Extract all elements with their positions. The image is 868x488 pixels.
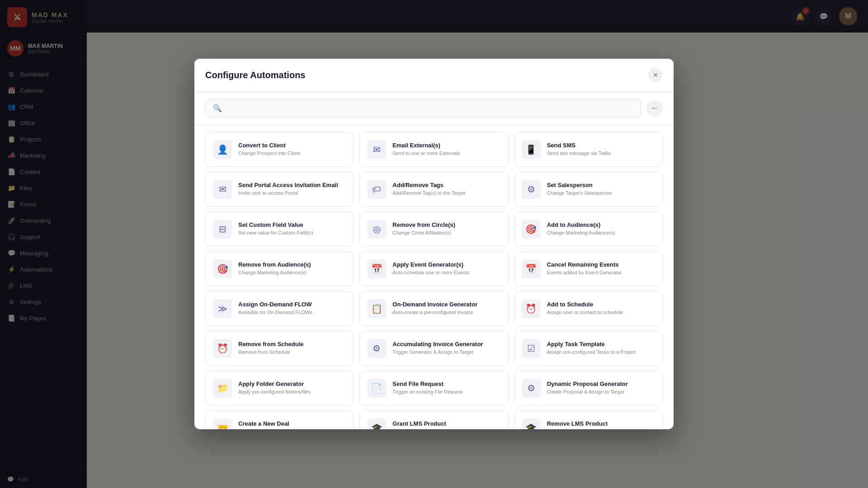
automation-icon: 👤 [213, 140, 232, 159]
automation-item-convert-to-client[interactable]: 👤 Convert to Client Change Prospect into… [205, 132, 354, 167]
automation-desc: Assign user or contact to schedule [547, 309, 655, 316]
automation-desc: Remove as Owner of LMS Product [547, 428, 655, 429]
automation-desc: Send text message via Twilio [547, 150, 655, 157]
modal-header: Configure Automations × [194, 59, 674, 92]
automation-item-remove-lms-product[interactable]: 🎓 Remove LMS Product Remove as Owner of … [514, 411, 663, 429]
automation-name: Remove from Audience(s) [238, 261, 346, 268]
automation-item-remove-from-circles[interactable]: ◎ Remove from Circle(s) Change Circle Af… [359, 212, 508, 246]
automation-icon: 🎓 [522, 418, 541, 429]
automation-icon: ☑ [522, 339, 541, 358]
modal-body: 👤 Convert to Client Change Prospect into… [194, 125, 674, 429]
automation-desc: Change Circle Affiliation(s) [392, 230, 500, 236]
automation-item-send-sms[interactable]: 📱 Send SMS Send text message via Twilio [514, 132, 663, 167]
automation-name: Add to Audience(s) [547, 221, 655, 228]
automation-name: Cancel Remaining Events [547, 261, 655, 268]
automation-desc: Trigger an existing File Request [392, 389, 500, 395]
automation-item-apply-folder-generator[interactable]: 📁 Apply Folder Generator Apply pre-confi… [205, 371, 354, 405]
automation-item-cancel-remaining-events[interactable]: 📅 Cancel Remaining Events Events added b… [514, 252, 663, 286]
automation-icon: 📁 [213, 379, 232, 398]
automation-desc: Remove from Schedule [238, 349, 346, 356]
automation-item-add-to-audiences[interactable]: 🎯 Add to Audience(s) Change Marketing Au… [514, 212, 663, 246]
automation-item-on-demand-invoice-generator[interactable]: 📋 On-Demand Invoice Generator Auto-creat… [359, 291, 508, 326]
automation-name: Email External(s) [392, 142, 500, 149]
automation-name: Set Salesperson [547, 182, 655, 188]
automation-name: Dynamic Proposal Generator [547, 380, 655, 387]
automation-icon: ≫ [213, 299, 232, 318]
automation-name: Send Portal Access Invitation Email [238, 182, 346, 188]
automation-desc: Auto-schedule one or more Events [392, 269, 500, 276]
automation-item-create-new-deal[interactable]: 🤝 Create a New Deal Create & Assign a De… [205, 411, 354, 429]
automation-name: Grant LMS Product [392, 420, 500, 427]
automation-item-set-custom-field[interactable]: ⊟ Set Custom Field Value Set new value f… [205, 212, 354, 246]
automation-item-remove-from-schedule[interactable]: ⏰ Remove from Schedule Remove from Sched… [205, 331, 354, 366]
automation-desc: Set Target as Owner of LMS Product [392, 428, 500, 429]
automation-desc: Send to one or more Externals [392, 150, 500, 157]
automation-name: Apply Folder Generator [238, 380, 346, 387]
modal-search-bar: 🔍 ← [194, 92, 674, 125]
automation-item-grant-lms-product[interactable]: 🎓 Grant LMS Product Set Target as Owner … [359, 411, 508, 429]
automation-item-apply-task-template[interactable]: ☑ Apply Task Template Assign pre-configu… [514, 331, 663, 366]
automation-name: Add to Schedule [547, 301, 655, 308]
automation-name: Remove from Circle(s) [392, 221, 500, 228]
search-container: 🔍 [205, 99, 641, 117]
automation-name: Convert to Client [238, 142, 346, 149]
automation-desc: Set new value for Custom Field(s) [238, 230, 346, 236]
automation-item-remove-from-audiences[interactable]: 🎯 Remove from Audience(s) Change Marketi… [205, 252, 354, 286]
automation-name: Add/Remove Tags [392, 182, 500, 188]
automation-desc: Auto-create a pre-configured Invoice [392, 309, 500, 316]
automation-desc: Invite user to access Portal [238, 190, 346, 197]
automation-icon: 🏷 [367, 180, 386, 199]
automation-desc: Available for On-Demand FLOWs [238, 309, 346, 316]
automation-item-send-file-request[interactable]: 📄 Send File Request Trigger an existing … [359, 371, 508, 405]
automation-item-add-to-schedule[interactable]: ⏰ Add to Schedule Assign user or contact… [514, 291, 663, 326]
back-button[interactable]: ← [646, 100, 663, 117]
automation-name: Apply Event Generator(s) [392, 261, 500, 268]
automation-icon: 🎓 [367, 418, 386, 429]
automation-icon: ✉ [213, 180, 232, 199]
automation-icon: 📋 [367, 299, 386, 318]
automation-icon: ⚙ [522, 180, 541, 199]
automation-item-set-salesperson[interactable]: ⚙ Set Salesperson Change Target's Salesp… [514, 172, 663, 206]
automation-icon: ✉ [367, 140, 386, 159]
automation-desc: Change Marketing Audience(s) [547, 230, 655, 236]
automation-desc: Change Target's Salesperson [547, 190, 655, 197]
automation-icon: 🎯 [213, 259, 232, 278]
search-icon: 🔍 [213, 104, 222, 113]
automation-desc: Events added by Event Generator [547, 269, 655, 276]
automation-icon: 📱 [522, 140, 541, 159]
automation-icon: ◎ [367, 220, 386, 239]
automation-item-email-externals[interactable]: ✉ Email External(s) Send to one or more … [359, 132, 508, 167]
automation-name: On-Demand Invoice Generator [392, 301, 500, 308]
automation-item-accumulating-invoice-generator[interactable]: ⚙ Accumulating Invoice Generator Trigger… [359, 331, 508, 366]
automation-name: Send SMS [547, 142, 655, 149]
automation-item-apply-event-generator[interactable]: 📅 Apply Event Generator(s) Auto-schedule… [359, 252, 508, 286]
automation-item-send-portal-access[interactable]: ✉ Send Portal Access Invitation Email In… [205, 172, 354, 206]
automation-icon: ⏰ [522, 299, 541, 318]
automation-name: Accumulating Invoice Generator [392, 341, 500, 347]
automation-name: Create a New Deal [238, 420, 346, 427]
automation-item-assign-on-demand-flow[interactable]: ≫ Assign On-Demand FLOW Available for On… [205, 291, 354, 326]
modal-close-button[interactable]: × [648, 68, 663, 82]
automation-item-add-remove-tags[interactable]: 🏷 Add/Remove Tags Add/Remove Tag(s) to t… [359, 172, 508, 206]
automation-icon: ⊟ [213, 220, 232, 239]
automation-icon: 📅 [522, 259, 541, 278]
automation-desc: Apply pre-configured folders/files [238, 389, 346, 395]
automation-icon: 🎯 [522, 220, 541, 239]
automation-icon: ⚙ [367, 339, 386, 358]
automation-icon: 📅 [367, 259, 386, 278]
automation-icon: 📄 [367, 379, 386, 398]
automation-item-dynamic-proposal-generator[interactable]: ⚙ Dynamic Proposal Generator Create Prop… [514, 371, 663, 405]
automation-name: Assign On-Demand FLOW [238, 301, 346, 308]
automation-desc: Create & Assign a Deal to the Target [238, 428, 346, 429]
configure-automations-modal: Configure Automations × 🔍 ← 👤 Convert to… [194, 59, 674, 429]
automation-desc: Change Prospect into Client [238, 150, 346, 157]
automation-name: Apply Task Template [547, 341, 655, 347]
search-input[interactable] [226, 105, 633, 112]
automation-name: Remove from Schedule [238, 341, 346, 347]
automation-grid: 👤 Convert to Client Change Prospect into… [205, 132, 663, 429]
automation-name: Set Custom Field Value [238, 221, 346, 228]
automation-name: Remove LMS Product [547, 420, 655, 427]
automation-name: Send File Request [392, 380, 500, 387]
automation-desc: Add/Remove Tag(s) to the Target [392, 190, 500, 197]
modal-title: Configure Automations [205, 70, 305, 80]
